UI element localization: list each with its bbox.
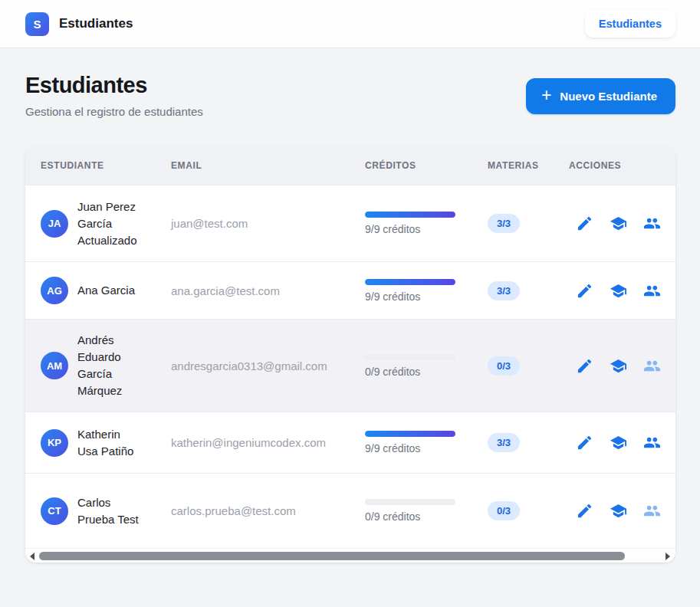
edit-icon[interactable]	[575, 502, 593, 520]
credits-progress-track	[365, 279, 455, 285]
group-icon[interactable]	[642, 434, 661, 452]
materias-cell: 0/3	[488, 356, 569, 376]
page-title-block: Estudiantes Gestiona el registro de estu…	[25, 73, 203, 118]
credits-label: 9/9 créditos	[365, 442, 488, 454]
materias-cell: 3/3	[488, 281, 569, 300]
student-email: andresgarcia0313@gmail.com	[171, 359, 365, 372]
actions-cell	[569, 356, 669, 375]
materias-badge: 0/3	[488, 501, 520, 520]
students-table: Estudiante Email Créditos Materias Accio…	[25, 146, 675, 548]
edit-icon[interactable]	[575, 281, 593, 300]
materias-badge: 0/3	[488, 356, 520, 376]
delete-cell	[669, 427, 675, 458]
credits-cell: 0/9 créditos	[365, 499, 488, 523]
subjects-icon[interactable]	[609, 434, 627, 452]
student-cell: JA Juan Perez García Actualizado	[25, 199, 171, 249]
materias-cell: 0/3	[488, 501, 569, 520]
credits-progress-fill	[365, 431, 455, 437]
plus-icon: +	[541, 87, 551, 104]
delete-cell	[669, 208, 675, 239]
student-email: carlos.prueba@test.com	[171, 504, 365, 517]
credits-progress-track	[365, 354, 455, 360]
credits-label: 0/9 créditos	[365, 510, 488, 523]
credits-progress-track	[365, 212, 455, 218]
table-row: AM Andrés Eduardo García Márquez andresg…	[25, 319, 675, 412]
credits-progress-fill	[365, 212, 455, 218]
table-row: JA Juan Perez García Actualizado juan@te…	[25, 185, 675, 261]
student-name: Juan Perez García Actualizado	[77, 199, 142, 249]
student-cell: AM Andrés Eduardo García Márquez	[25, 332, 171, 399]
nav-link-estudiantes[interactable]: Estudiantes	[585, 10, 675, 38]
edit-icon[interactable]	[575, 215, 593, 233]
student-name: Andrés Eduardo García Márquez	[77, 332, 142, 399]
scrollbar-thumb[interactable]	[39, 552, 625, 560]
scroll-right-arrow-icon[interactable]	[665, 553, 670, 560]
column-header-email: Email	[171, 160, 365, 171]
credits-label: 9/9 créditos	[365, 290, 488, 303]
student-email: juan@test.com	[171, 217, 365, 230]
subjects-icon[interactable]	[609, 281, 627, 300]
group-icon[interactable]	[642, 281, 661, 300]
credits-progress-track	[365, 431, 455, 437]
student-email: katherin@ingeniumcodex.com	[171, 436, 365, 449]
table-header-row: Estudiante Email Créditos Materias Accio…	[25, 146, 675, 185]
page-title: Estudiantes	[25, 73, 203, 98]
scroll-left-arrow-icon[interactable]	[30, 553, 35, 560]
students-table-card: Estudiante Email Créditos Materias Accio…	[25, 146, 675, 563]
actions-cell	[569, 281, 669, 300]
table-row: KP Katherin Usa Patiño katherin@ingenium…	[25, 412, 675, 473]
column-header-actions: Acciones	[569, 160, 669, 171]
avatar: AM	[41, 352, 68, 379]
group-icon[interactable]	[642, 502, 661, 520]
column-header-credits: Créditos	[365, 160, 488, 171]
student-cell: AG Ana Garcia	[25, 277, 171, 304]
page-header: Estudiantes Gestiona el registro de estu…	[0, 48, 700, 118]
avatar: JA	[41, 210, 68, 238]
edit-icon[interactable]	[575, 356, 593, 375]
subjects-icon[interactable]	[609, 356, 627, 375]
top-navbar: S Estudiantes Estudiantes	[0, 0, 700, 48]
delete-cell	[669, 495, 675, 527]
materias-cell: 3/3	[488, 433, 569, 452]
credits-label: 0/9 créditos	[365, 366, 488, 378]
credits-cell: 9/9 créditos	[365, 212, 488, 235]
new-student-button-label: Nuevo Estudiante	[560, 90, 657, 103]
delete-cell	[669, 350, 675, 382]
app-logo: S	[25, 12, 49, 36]
column-header-student: Estudiante	[25, 160, 171, 171]
materias-badge: 3/3	[488, 281, 520, 300]
edit-icon[interactable]	[575, 434, 593, 452]
delete-cell	[669, 275, 675, 307]
subjects-icon[interactable]	[609, 502, 627, 520]
credits-progress-track	[365, 499, 455, 505]
student-cell: CT Carlos Prueba Test	[25, 494, 171, 528]
materias-cell: 3/3	[488, 214, 569, 233]
horizontal-scrollbar	[25, 548, 675, 563]
student-email: ana.garcia@test.com	[171, 284, 365, 297]
materias-badge: 3/3	[488, 433, 520, 452]
avatar: AG	[41, 277, 68, 304]
credits-label: 9/9 créditos	[365, 223, 488, 235]
subjects-icon[interactable]	[609, 215, 627, 233]
student-name: Carlos Prueba Test	[77, 494, 142, 528]
actions-cell	[569, 215, 669, 233]
avatar: KP	[41, 429, 68, 457]
app-title: Estudiantes	[59, 16, 133, 31]
avatar: CT	[41, 497, 68, 525]
page-subtitle: Gestiona el registro de estudiantes	[25, 105, 203, 118]
group-icon[interactable]	[642, 215, 661, 233]
credits-cell: 9/9 créditos	[365, 431, 488, 454]
table-row: CT Carlos Prueba Test carlos.prueba@test…	[25, 473, 675, 548]
actions-cell	[569, 434, 669, 452]
new-student-button[interactable]: + Nuevo Estudiante	[526, 78, 675, 114]
materias-badge: 3/3	[488, 214, 520, 233]
group-icon[interactable]	[642, 356, 661, 375]
credits-cell: 9/9 créditos	[365, 279, 488, 303]
credits-progress-fill	[365, 279, 455, 285]
student-name: Ana Garcia	[77, 282, 142, 299]
column-header-materias: Materias	[488, 160, 569, 171]
student-cell: KP Katherin Usa Patiño	[25, 426, 171, 460]
credits-cell: 0/9 créditos	[365, 354, 488, 378]
table-row: AG Ana Garcia ana.garcia@test.com 9/9 cr…	[25, 261, 675, 319]
actions-cell	[569, 502, 669, 520]
